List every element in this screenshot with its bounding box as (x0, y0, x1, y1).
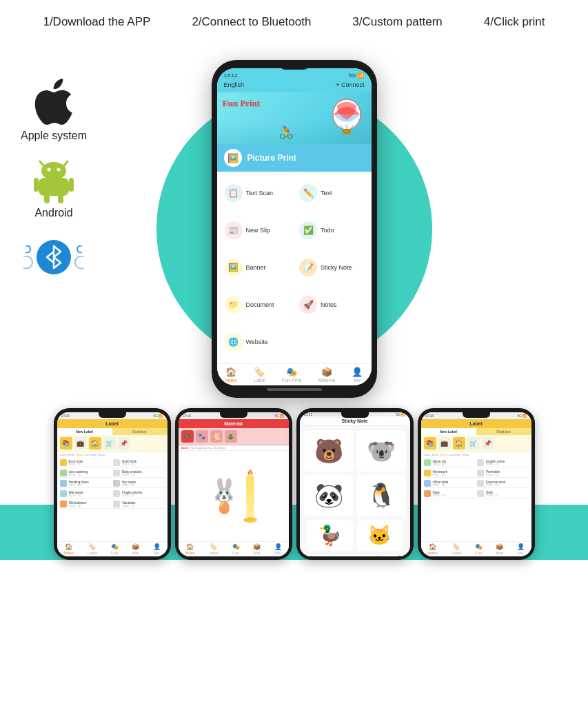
mini1-row-error: Error book TODO · 111 Draft Book TODO · … (60, 458, 165, 467)
mini4-row-homework: Homework TODO · 111 Penholder TODO · 111 (424, 469, 529, 478)
mini4-row-diary: Diary TODO · 111 Draft TODO · 111 (424, 490, 529, 498)
mini1-icon-other: 📌 (118, 437, 130, 450)
mini1-row-icon (60, 459, 67, 466)
nav-material[interactable]: 📦 Material (318, 367, 335, 383)
animal-bear: 🐻 (304, 430, 354, 472)
nav-index-label: Index (225, 378, 237, 383)
mini2-header: Material (179, 419, 289, 428)
mini1-draft-icon (113, 459, 120, 466)
map-overlay (217, 123, 372, 144)
menu-item-new-slip[interactable]: 📰 New Slip (221, 213, 293, 247)
mini2-cat-labels: Game Thanksgiving Day Christmas (179, 445, 289, 451)
instructions-section: 1/Download the APP 2/Connect to Bluetoot… (0, 0, 588, 36)
svg-rect-7 (69, 178, 74, 192)
mini4-tab-draft[interactable]: Draft box (476, 428, 531, 435)
website-icon: 🌐 (225, 333, 243, 351)
menu-item-sticky-note[interactable]: 📝 Sticky Note (296, 250, 367, 284)
connect-button[interactable]: + Connect (336, 81, 364, 88)
mini4-list: Name Lily TODO · 111 English name TODO ·… (421, 457, 531, 541)
mini4-header: Label (421, 419, 531, 428)
bluetooth-icon (33, 233, 74, 281)
home-bar (267, 388, 322, 391)
mini3-nav-mat[interactable]: 📦Mat (374, 556, 382, 556)
text-icon: ✏️ (299, 184, 317, 202)
mini2-nav-index[interactable]: 🏠Index (185, 543, 195, 555)
mini4-tab-new[interactable]: New Label (421, 428, 476, 435)
mini2-nav-label[interactable]: 🏷️Label (208, 543, 219, 555)
mini4-nav-mat[interactable]: 📦Mat (496, 543, 503, 555)
mini-notch-3 (341, 412, 369, 418)
mini4-row-name: Name Lily TODO · 111 English name TODO ·… (424, 458, 529, 467)
mini2-main-content: 🐰 🥚 🔥 (179, 451, 289, 541)
menu-item-notes[interactable]: 🚀 Notes (296, 288, 367, 322)
mini3-more-animals: 🦆 🐱 (300, 520, 410, 554)
svg-point-3 (48, 168, 51, 172)
mini1-icon-work: 💼 (74, 437, 87, 450)
mini4-nav-fun[interactable]: 🎭Fun (475, 543, 483, 555)
menu-item-todo[interactable]: ✅ Todo (296, 213, 367, 247)
mini3-header: Sticky Note (300, 416, 410, 426)
mini-phone-3: 13:115G 📶 Sticky Note 🐻 🐨 🐼 🐧 🦆 (296, 408, 414, 560)
phone-notch (281, 64, 308, 70)
mini2-title: Material (224, 421, 242, 426)
mini4-nav-index[interactable]: 🏠Index (427, 543, 438, 555)
mini3-nav-label[interactable]: 🏷️Label (330, 556, 340, 556)
mini1-tab-draft[interactable]: Draft box (112, 428, 168, 435)
mini2-candle: 🔥 (243, 470, 257, 523)
mini1-cat-labels: Learn Work Home Consume Other (57, 452, 168, 457)
mini3-nav-index[interactable]: 🏠Index (306, 556, 316, 556)
status-bar: 13:12 5G 📶 (217, 68, 372, 80)
mini1-header: Label (57, 419, 168, 428)
nav-me[interactable]: 👤 Me (352, 367, 363, 383)
android-system-wrap: Android (33, 156, 74, 219)
menu-item-website[interactable]: 🌐 Website (221, 325, 293, 359)
step2-text: 2/Connect to Bluetooth (192, 15, 311, 29)
mini2-icon-row: 🎮 🐾 📜 🎄 (179, 428, 289, 445)
banner-icon: 🖼️ (225, 259, 243, 276)
mini1-nav-fun[interactable]: 🎭Fun (111, 543, 119, 555)
mini2-nav-fun[interactable]: 🎭Fun (232, 543, 240, 555)
mini4-nav-me[interactable]: 👤Me (517, 543, 525, 555)
app-banner: Fun Print (217, 92, 372, 144)
menu-item-document[interactable]: 📁 Document (221, 288, 293, 322)
menu-item-text-scan[interactable]: 📋 Text Scan (221, 176, 293, 210)
picture-print-button[interactable]: 🖼️ Picture Print (217, 144, 372, 172)
mini2-nav-mat[interactable]: 📦Mat (253, 543, 261, 555)
language-selector[interactable]: English (224, 81, 245, 88)
svg-rect-6 (34, 178, 39, 192)
menu-item-banner[interactable]: 🖼️ Banner (221, 250, 293, 284)
mini-screen-1: 13:165G 📶 Label New Label Draft box 📚 💼 … (57, 412, 168, 556)
android-icon (33, 156, 74, 204)
svg-point-2 (41, 162, 66, 180)
mini4-icon-row: 📚 💼 🏠 🛒 📌 (421, 435, 531, 452)
mini1-tab-new-label[interactable]: New Label (57, 428, 112, 435)
mini1-nav-index[interactable]: 🏠Index (63, 543, 74, 555)
app-logo: Fun Print (223, 98, 261, 109)
svg-rect-9 (58, 194, 63, 203)
mini4-tabs: New Label Draft box (421, 428, 531, 435)
mini4-nav-label[interactable]: 🏷️Label (451, 543, 461, 555)
nav-label[interactable]: 🏷️ Label (254, 367, 265, 383)
mini-notch-1 (99, 412, 126, 418)
nav-index[interactable]: 🏠 Index (225, 367, 237, 383)
platform-icons: Apple system (21, 77, 87, 281)
mini3-nav-fun[interactable]: 🎭Fun (354, 556, 361, 556)
todo-label: Todo (321, 227, 334, 234)
bottom-nav: 🏠 Index 🏷️ Label 🎭 Fun Print 📦 Material … (217, 363, 372, 385)
mini1-nav-me[interactable]: 👤Me (153, 543, 161, 555)
mini-screen-4: 13:165G 📶 Label New Label Draft box 📚 💼 … (421, 412, 531, 556)
mini2-nav-me[interactable]: 👤Me (274, 543, 282, 555)
apple-icon (33, 77, 74, 127)
menu-item-text[interactable]: ✏️ Text (296, 176, 367, 210)
mini1-list: Error book TODO · 111 Draft Book TODO · … (57, 457, 168, 541)
nav-fun-print[interactable]: 🎭 Fun Print (282, 367, 301, 383)
mini3-nav-me[interactable]: 👤Me (396, 556, 403, 556)
main-phone: 13:12 5G 📶 English + Connect Fun Print (212, 60, 377, 398)
mini1-nav-label[interactable]: 🏷️Label (87, 543, 97, 555)
mini1-icon-row: 📚 💼 🏠 🛒 📌 (57, 435, 168, 452)
mini3-animal-grid: 🐻 🐨 🐼 🐧 (300, 426, 410, 520)
mini1-nav-mat[interactable]: 📦Mat (132, 543, 139, 555)
notes-icon: 🚀 (299, 296, 317, 314)
text-label: Text (321, 190, 332, 196)
mini1-row-wet: Wet waste TODO · 111 Fragile articles TO… (60, 490, 165, 498)
